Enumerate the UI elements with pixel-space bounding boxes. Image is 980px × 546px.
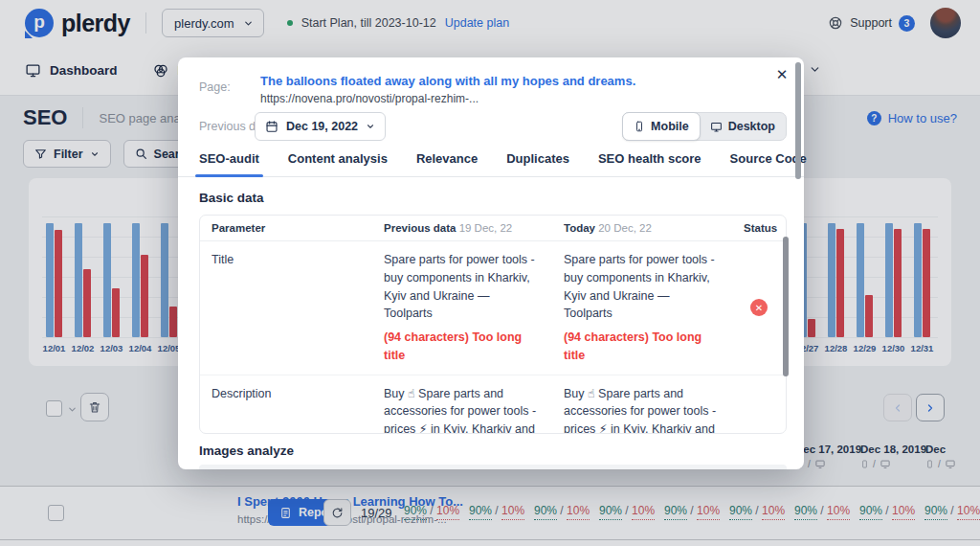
col-previous: Previous data 19 Dec, 22: [372, 222, 552, 234]
cell-text: Buy ☝ Spare parts and accessories for po…: [564, 385, 721, 435]
tab-seo-health-score[interactable]: SEO health score: [598, 151, 702, 176]
tab-seo-audit[interactable]: SEO-audit: [199, 151, 259, 176]
toggle-mobile-label: Mobile: [651, 120, 689, 133]
mobile-phone-icon: [634, 121, 645, 132]
status-cell: ✓: [732, 375, 786, 435]
toggle-desktop-label: Desktop: [728, 120, 775, 133]
table-scrollbar-thumb[interactable]: [783, 237, 789, 376]
cell-text: Spare parts for power tools - buy compon…: [564, 251, 721, 323]
cell-text: Spare parts for power tools - buy compon…: [384, 251, 541, 323]
status-cell: ✕: [732, 241, 786, 375]
error-status-icon: ✕: [750, 299, 768, 316]
cell-note: (94 characters) Too long title: [564, 329, 721, 365]
modal-page-title-link[interactable]: The balloons floated away along with all…: [260, 74, 635, 88]
previous-cell: Buy ☝ Spare parts and accessories for po…: [372, 375, 552, 435]
tab-duplicates[interactable]: Duplicates: [506, 151, 569, 176]
modal-page-url: https://novena.pro/novosti/propal-rezhim…: [260, 92, 479, 105]
close-icon[interactable]: ✕: [771, 64, 792, 85]
today-cell: Spare parts for power tools - buy compon…: [552, 241, 732, 375]
toggle-desktop[interactable]: Desktop: [700, 113, 786, 140]
images-analyze-heading: Images analyze: [199, 444, 294, 458]
col-status: Status: [732, 222, 786, 234]
table-header: Parameter Previous data 19 Dec, 22 Today…: [200, 216, 786, 241]
basic-data-table: Parameter Previous data 19 Dec, 22 Today…: [199, 215, 787, 434]
modal-tabs: SEO-auditContent analysisRelevanceDuplic…: [178, 151, 804, 177]
calendar-icon: [265, 120, 278, 133]
cell-note: (94 characters) Too long title: [384, 329, 541, 365]
parameter-cell: Description: [200, 375, 372, 435]
previous-cell: Spare parts for power tools - buy compon…: [372, 241, 552, 375]
table-row: DescriptionBuy ☝ Spare parts and accesso…: [200, 375, 786, 435]
images-table-edge: [199, 465, 787, 469]
desktop-monitor-icon: [710, 121, 723, 133]
col-previous-date: 19 Dec, 22: [459, 222, 513, 234]
tab-relevance[interactable]: Relevance: [416, 151, 478, 176]
parameter-cell: Title: [200, 241, 372, 375]
basic-table-rows: TitleSpare parts for power tools - buy c…: [200, 241, 786, 434]
col-parameter: Parameter: [200, 222, 372, 234]
tab-content-analysis[interactable]: Content analysis: [288, 151, 388, 176]
basic-data-heading: Basic data: [199, 191, 264, 205]
toggle-mobile[interactable]: Mobile: [622, 112, 701, 141]
date-picker[interactable]: Dec 19, 2022: [255, 112, 386, 141]
seo-analysis-modal: ✕ Page: The balloons floated away along …: [178, 57, 804, 469]
col-today-date: 20 Dec, 22: [598, 222, 652, 234]
date-picker-value: Dec 19, 2022: [286, 120, 358, 133]
table-row: TitleSpare parts for power tools - buy c…: [200, 241, 786, 375]
col-today: Today 20 Dec, 22: [552, 222, 732, 234]
cell-text: Buy ☝ Spare parts and accessories for po…: [384, 385, 541, 435]
screen: p plerdy plerdy.com Start Plan, till 202…: [0, 0, 980, 546]
device-toggle: Mobile Desktop: [622, 112, 787, 141]
chevron-down-icon: [366, 122, 375, 131]
page-label: Page:: [199, 80, 231, 94]
modal-scrollbar-thumb[interactable]: [795, 62, 801, 179]
today-cell: Buy ☝ Spare parts and accessories for po…: [552, 375, 732, 435]
